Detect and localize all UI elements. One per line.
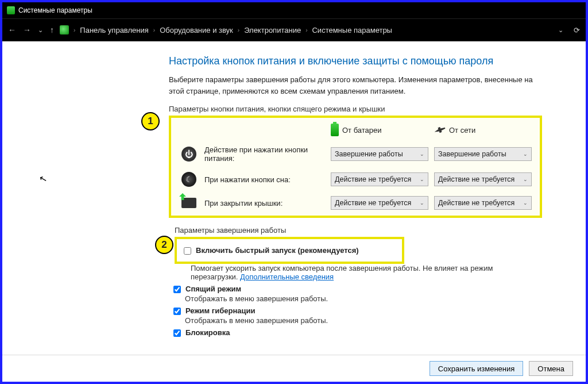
page-description: Выберите параметры завершения работы для… xyxy=(169,74,548,97)
fast-start-label: Включить быстрый запуск (рекомендуется) xyxy=(196,246,359,255)
button-settings-box: 1 От батареи От сети ⏻ Действие при нажа… xyxy=(169,116,542,218)
chevron-down-icon: ⌄ xyxy=(523,176,528,182)
lid-ac-select[interactable]: Действие не требуется⌄ xyxy=(434,196,532,210)
fast-start-box: 2 Включить быстрый запуск (рекомендуется… xyxy=(175,237,404,264)
column-ac: От сети xyxy=(434,126,532,135)
breadcrumb-item[interactable]: Панель управления xyxy=(80,26,148,34)
hibernate-label: Режим гибернации xyxy=(185,306,256,315)
page-title: Настройка кнопок питания и включение защ… xyxy=(169,55,568,67)
breadcrumb-item[interactable]: Электропитание xyxy=(244,26,301,34)
cursor-icon: ↖ xyxy=(38,173,48,186)
chevron-down-icon: ⌄ xyxy=(420,151,424,157)
fast-start-checkbox[interactable] xyxy=(184,247,191,255)
chevron-right-icon: › xyxy=(153,27,155,33)
forward-icon[interactable]: → xyxy=(23,25,31,34)
lock-label: Блокировка xyxy=(185,328,230,337)
window-title: Системные параметры xyxy=(18,6,92,14)
cancel-button[interactable]: Отмена xyxy=(529,361,573,376)
callout-badge-2: 2 xyxy=(155,236,173,254)
chevron-right-icon: › xyxy=(238,27,239,33)
sleep-checkbox[interactable] xyxy=(173,286,181,293)
address-dropdown-icon[interactable]: ⌄ xyxy=(558,26,563,34)
power-ac-select[interactable]: Завершение работы⌄ xyxy=(434,147,532,161)
section-shutdown-label: Параметры завершения работы xyxy=(175,226,568,235)
plug-icon xyxy=(434,125,446,135)
power-icon: ⏻ xyxy=(181,147,196,162)
up-icon[interactable]: ↑ xyxy=(50,25,54,34)
chevron-right-icon: › xyxy=(74,27,75,33)
breadcrumb-icon xyxy=(60,25,69,34)
row-lid-label: При закрытии крышки: xyxy=(204,199,325,208)
sleep-desc: Отображать в меню завершения работы. xyxy=(185,294,518,303)
fast-start-desc: Помогает ускорить запуск компьютера посл… xyxy=(191,264,524,281)
footer: Сохранить изменения Отмена xyxy=(2,355,586,382)
titlebar: Системные параметры xyxy=(2,2,586,18)
row-sleep-label: При нажатии кнопки сна: xyxy=(204,175,325,184)
chevron-down-icon: ⌄ xyxy=(523,200,528,206)
breadcrumb-item[interactable]: Системные параметры xyxy=(312,26,392,34)
lid-icon xyxy=(181,198,196,208)
battery-icon xyxy=(331,124,339,136)
chevron-down-icon: ⌄ xyxy=(420,176,424,182)
lid-battery-select[interactable]: Действие не требуется⌄ xyxy=(331,196,428,210)
section-buttons-label: Параметры кнопки питания, кнопки спящего… xyxy=(169,105,568,113)
row-power-label: Действие при нажатии кнопки питания: xyxy=(204,145,325,163)
chevron-right-icon: › xyxy=(305,27,307,33)
hibernate-desc: Отображать в меню завершения работы. xyxy=(185,316,518,325)
more-info-link[interactable]: Дополнительные сведения xyxy=(240,272,334,281)
back-icon[interactable]: ← xyxy=(8,25,16,34)
power-battery-select[interactable]: Завершение работы⌄ xyxy=(331,147,428,161)
sleep-ac-select[interactable]: Действие не требуется⌄ xyxy=(434,172,532,186)
chevron-down-icon: ⌄ xyxy=(420,200,424,206)
hibernate-checkbox[interactable] xyxy=(173,308,181,315)
app-icon xyxy=(7,6,15,14)
sleep-battery-select[interactable]: Действие не требуется⌄ xyxy=(331,172,428,186)
recent-chevron-icon[interactable]: ⌄ xyxy=(38,26,43,34)
refresh-icon[interactable]: ⟳ xyxy=(574,26,580,34)
navbar: ← → ⌄ ↑ › Панель управления › Оборудован… xyxy=(2,18,586,41)
breadcrumb-item[interactable]: Оборудование и звук xyxy=(160,26,233,34)
breadcrumb[interactable]: › Панель управления › Оборудование и зву… xyxy=(60,25,392,34)
sleep-label: Спящий режим xyxy=(185,285,241,293)
chevron-down-icon: ⌄ xyxy=(523,151,528,157)
column-battery: От батареи xyxy=(331,124,428,136)
moon-icon: ☾ xyxy=(181,172,196,187)
callout-badge-1: 1 xyxy=(141,112,160,130)
save-button[interactable]: Сохранить изменения xyxy=(430,361,524,376)
lock-checkbox[interactable] xyxy=(173,329,181,337)
